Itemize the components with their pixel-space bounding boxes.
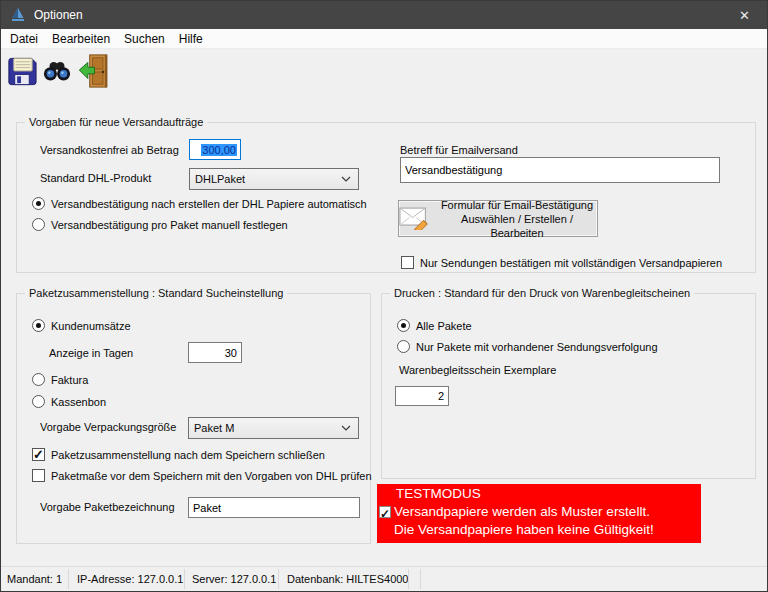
close-button[interactable]: ✕ bbox=[722, 1, 767, 29]
options-window: Optionen ✕ Datei Bearbeiten Suchen Hilfe bbox=[0, 0, 768, 592]
radio-icon bbox=[32, 218, 45, 231]
radio-invoice[interactable]: Faktura bbox=[32, 373, 88, 386]
radio-tracked-packages[interactable]: Nur Pakete mit vorhandener Sendungsverfo… bbox=[397, 340, 658, 353]
search-icon[interactable] bbox=[40, 53, 74, 89]
testmode-checkbox[interactable] bbox=[379, 506, 391, 518]
packaging-size-label: Vorgabe Verpackungsgröße bbox=[40, 421, 176, 433]
radio-confirm-auto[interactable]: Versandbestätigung nach erstellen der DH… bbox=[32, 197, 367, 210]
group-shipping-defaults: Vorgaben für neue Versandaufträge Versan… bbox=[16, 122, 756, 273]
save-icon[interactable] bbox=[4, 53, 38, 89]
email-subject-input[interactable] bbox=[400, 157, 720, 183]
menu-datei[interactable]: Datei bbox=[3, 29, 45, 48]
checkbox-icon bbox=[32, 448, 45, 461]
package-name-input[interactable] bbox=[188, 497, 360, 518]
title-bar: Optionen ✕ bbox=[1, 1, 767, 29]
radio-customer-sales[interactable]: Kundenumsätze bbox=[32, 319, 131, 332]
radio-icon bbox=[397, 319, 410, 332]
status-database: Datenbank: HILTES4000 bbox=[287, 573, 408, 585]
status-separator bbox=[278, 569, 279, 589]
radio-icon bbox=[32, 319, 45, 332]
menu-hilfe[interactable]: Hilfe bbox=[172, 29, 210, 48]
status-ip: IP-Adresse: 127.0.0.1 bbox=[77, 573, 183, 585]
email-subject-label: Betreff für Emailversand bbox=[400, 144, 518, 156]
email-form-icon bbox=[399, 205, 431, 233]
free-amount-label: Versandkostenfrei ab Betrag bbox=[40, 144, 179, 156]
status-separator bbox=[68, 569, 69, 589]
checkbox-check-dimensions[interactable]: Paketmaße vor dem Speichern mit den Vorg… bbox=[32, 469, 372, 482]
group-print-defaults: Drucken : Standard für den Druck von War… bbox=[381, 293, 756, 479]
testmode-title: TESTMODUS bbox=[396, 485, 701, 503]
free-amount-input[interactable]: 300,00 bbox=[189, 139, 241, 160]
dhl-product-select[interactable]: DHLPaket bbox=[189, 168, 359, 190]
app-logo-icon bbox=[10, 7, 26, 23]
group-package-assembly: Paketzusammenstellung : Standard Suchein… bbox=[16, 293, 371, 544]
radio-receipt[interactable]: Kassenbon bbox=[32, 395, 106, 408]
copies-input[interactable] bbox=[395, 386, 449, 406]
days-input[interactable] bbox=[188, 342, 242, 363]
menu-suchen[interactable]: Suchen bbox=[117, 29, 172, 48]
group-package-title: Paketzusammenstellung : Standard Suchein… bbox=[25, 287, 287, 299]
status-separator bbox=[420, 569, 421, 589]
package-name-label: Vorgabe Paketbezeichnung bbox=[40, 501, 175, 513]
email-form-button[interactable]: Formular für Email-Bestätigung Auswählen… bbox=[398, 200, 598, 237]
status-separator bbox=[184, 569, 185, 589]
window-title: Optionen bbox=[34, 8, 83, 22]
copies-label: Warenbegleitsschein Exemplare bbox=[399, 364, 556, 376]
exit-icon[interactable] bbox=[76, 53, 110, 89]
menu-bearbeiten[interactable]: Bearbeiten bbox=[45, 29, 117, 48]
testmode-line1-row: Versandpapiere werden als Muster erstell… bbox=[394, 503, 701, 521]
checkbox-icon bbox=[32, 469, 45, 482]
group-shipping-title: Vorgaben für neue Versandaufträge bbox=[25, 116, 207, 128]
status-separator bbox=[408, 569, 409, 589]
checkbox-close-after-save[interactable]: Paketzusammenstellung nach dem Speichern… bbox=[32, 448, 325, 461]
checkbox-icon bbox=[401, 256, 414, 269]
packaging-size-select[interactable]: Paket M bbox=[188, 417, 359, 439]
chevron-down-icon bbox=[341, 425, 351, 432]
radio-confirm-manual[interactable]: Versandbestätigung pro Paket manuell fes… bbox=[32, 218, 288, 231]
dhl-product-label: Standard DHL-Produkt bbox=[40, 172, 151, 184]
testmode-line2: Die Versandpapiere haben keine Gültigkei… bbox=[394, 521, 701, 539]
status-bar: Mandant: 1 IP-Adresse: 127.0.0.1 Server:… bbox=[1, 566, 767, 591]
status-server: Server: 127.0.0.1 bbox=[192, 573, 276, 585]
days-label: Anzeige in Tagen bbox=[49, 347, 133, 359]
radio-all-packages[interactable]: Alle Pakete bbox=[397, 319, 472, 332]
radio-icon bbox=[397, 340, 410, 353]
radio-icon bbox=[32, 373, 45, 386]
chevron-down-icon bbox=[341, 176, 351, 183]
radio-icon bbox=[32, 197, 45, 210]
radio-icon bbox=[32, 395, 45, 408]
testmode-panel: TESTMODUS Versandpapiere werden als Must… bbox=[377, 484, 701, 543]
group-print-title: Drucken : Standard für den Druck von War… bbox=[390, 287, 694, 299]
checkbox-complete-papers[interactable]: Nur Sendungen bestätigen mit vollständig… bbox=[401, 256, 722, 269]
toolbar bbox=[1, 50, 767, 94]
status-mandant: Mandant: 1 bbox=[7, 573, 62, 585]
menu-bar: Datei Bearbeiten Suchen Hilfe bbox=[1, 29, 767, 49]
